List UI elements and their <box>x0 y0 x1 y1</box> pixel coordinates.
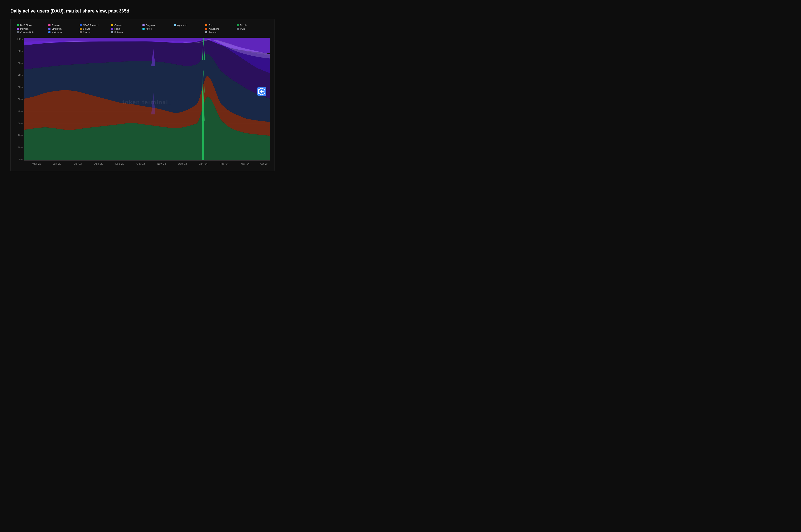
chart-svg: May '23 Jun '23 Jul '23 Aug '23 Sep '23 … <box>24 38 270 167</box>
legend-item-polkadot: Polkadot <box>111 31 143 34</box>
y-axis: 100% 90% 80% 70% 60% 50% 40% 30% 20% 10%… <box>15 38 24 167</box>
legend-item-avalanche: Avalanche <box>205 27 237 30</box>
legend-color-ethereum <box>49 28 51 30</box>
legend-item-aptos: Aptos <box>143 27 174 30</box>
legend-color-polkadot <box>111 31 113 33</box>
legend-color-cosmos <box>17 31 19 33</box>
legend-item-filecoin: Filecoin <box>49 24 80 26</box>
chart-plot: token terminal_ <box>24 38 270 167</box>
legend-color-ronin <box>111 28 113 30</box>
legend-item-dogecoin: Dogecoin <box>143 24 174 26</box>
legend-color-cronos <box>80 31 82 33</box>
legend-item-bnb: BNB Chain <box>17 24 49 26</box>
legend-item-solana: Solana <box>80 27 111 30</box>
chart-container: BNB Chain Polygon Cosmos Hub Filecoin Et… <box>11 19 275 171</box>
legend-item-bitcoin: Bitcoin <box>237 24 268 26</box>
y-label-80: 80% <box>15 62 24 64</box>
legend-color-bnb <box>17 24 19 26</box>
legend-item-cardano: Cardano <box>111 24 143 26</box>
y-label-90: 90% <box>15 50 24 52</box>
legend-color-avalanche <box>205 28 207 30</box>
svg-text:Jul '23: Jul '23 <box>74 162 82 165</box>
legend: BNB Chain Polygon Cosmos Hub Filecoin Et… <box>15 24 270 34</box>
legend-item-ethereum: Ethereum <box>49 27 80 30</box>
legend-item-near: NEAR Protocol <box>80 24 111 26</box>
chart-title: Daily active users (DAU), market share v… <box>11 8 275 14</box>
legend-item-ronin: Ronin <box>111 27 143 30</box>
y-label-20: 20% <box>15 134 24 136</box>
legend-item-fantom: Fantom <box>205 31 237 34</box>
legend-color-multiversx <box>49 31 51 33</box>
legend-item-cosmos: Cosmos Hub <box>17 31 49 34</box>
legend-color-cardano <box>111 24 113 26</box>
legend-item-cronos: Cronos <box>80 31 111 34</box>
y-label-30: 30% <box>15 122 24 125</box>
svg-text:Oct '23: Oct '23 <box>136 162 145 165</box>
svg-text:Dec '23: Dec '23 <box>178 162 187 165</box>
y-label-10: 10% <box>15 146 24 149</box>
legend-color-aptos <box>143 28 145 30</box>
chart-area: 100% 90% 80% 70% 60% 50% 40% 30% 20% 10%… <box>15 38 270 167</box>
app-logo-badge <box>257 87 266 96</box>
y-label-70: 70% <box>15 74 24 76</box>
y-label-0: 0% <box>15 158 24 161</box>
legend-item-tron: Tron <box>205 24 237 26</box>
svg-text:Apr '24: Apr '24 <box>260 162 268 165</box>
legend-color-algorand <box>174 24 176 26</box>
y-label-50: 50% <box>15 98 24 100</box>
legend-color-polygon <box>17 28 19 30</box>
legend-item-ton: TON <box>237 27 268 30</box>
svg-text:Jun '23: Jun '23 <box>53 162 61 165</box>
legend-item-polygon: Polygon <box>17 27 49 30</box>
legend-color-bitcoin <box>237 24 239 26</box>
y-label-100: 100% <box>15 38 24 40</box>
legend-color-filecoin <box>49 24 51 26</box>
svg-text:Aug '23: Aug '23 <box>94 162 103 165</box>
svg-text:Nov '23: Nov '23 <box>157 162 166 165</box>
legend-color-ton <box>237 28 239 30</box>
legend-item-multiversx: MultiversX <box>49 31 80 34</box>
y-label-60: 60% <box>15 86 24 89</box>
svg-text:Jan '24: Jan '24 <box>199 162 208 165</box>
svg-text:Mar '24: Mar '24 <box>241 162 249 165</box>
legend-item-algorand: Algorand <box>174 24 205 26</box>
legend-color-dogecoin <box>143 24 145 26</box>
svg-text:May '23: May '23 <box>32 162 41 165</box>
y-label-40: 40% <box>15 110 24 113</box>
legend-color-near <box>80 24 82 26</box>
legend-color-solana <box>80 28 82 30</box>
legend-color-tron <box>205 24 207 26</box>
legend-color-fantom <box>205 31 207 33</box>
svg-text:Sep '23: Sep '23 <box>115 162 124 165</box>
svg-text:Feb '24: Feb '24 <box>220 162 229 165</box>
